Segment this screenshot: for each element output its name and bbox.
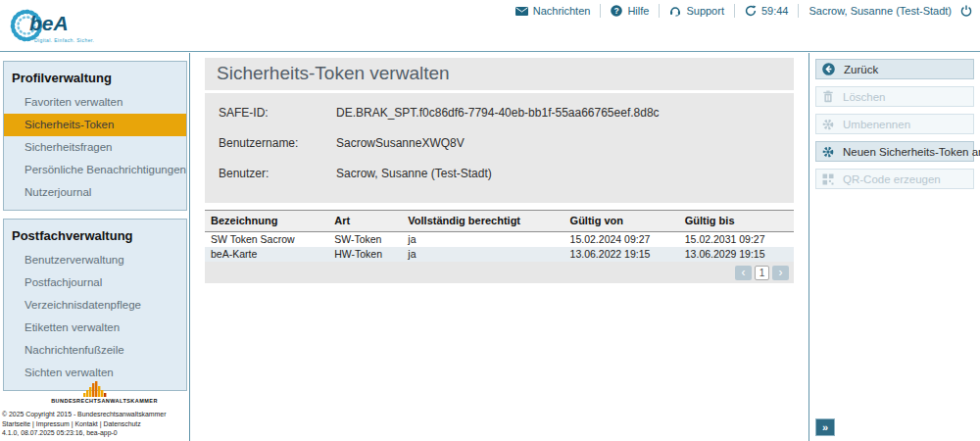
col-vollstaendig-berechtigt: Vollständig berechtigt [402, 211, 564, 232]
cell-gueltig-bis: 13.06.2029 19:15 [679, 247, 794, 262]
cell-gueltig-von: 13.06.2022 19:15 [564, 247, 679, 262]
benutzername-value: SacrowSusanneXWQ8V [336, 136, 780, 150]
benutzer-value: Sacrow, Susanne (Test-Stadt) [336, 167, 780, 180]
pagination-prev-button[interactable]: ‹ [735, 266, 752, 280]
bea-logo-text: beA [29, 12, 69, 35]
sidebar-item-nachrichtenfusszeile[interactable]: Nachrichtenfußzeile [4, 339, 186, 362]
info-row-safe-id: SAFE-ID: DE.BRAK_SPT.f0c86df6-7794-40eb-… [219, 106, 780, 120]
sidebar-item-verzeichnisdatenpflege[interactable]: Verzeichnisdatenpflege [4, 294, 186, 317]
cell-art: HW-Token [328, 247, 402, 262]
info-row-benutzername: Benutzername: SacrowSusanneXWQ8V [219, 136, 780, 150]
logout-button[interactable] [960, 5, 972, 17]
cell-berechtigt: ja [402, 247, 564, 262]
back-button[interactable]: Zurück [815, 59, 974, 79]
sidebar-item-etiketten-verwalten[interactable]: Etiketten verwalten [4, 317, 186, 339]
cell-berechtigt: ja [402, 232, 564, 248]
cell-bezeichnung: beA-Karte [205, 247, 328, 262]
bea-logo-tagline: Digital. Einfach. Sicher. [34, 37, 94, 43]
nav-messages[interactable]: Nachrichten [506, 4, 601, 18]
back-button-label: Zurück [844, 64, 878, 75]
trash-icon [822, 90, 834, 103]
safe-id-value: DE.BRAK_SPT.f0c86df6-7794-40eb-bb1f-55aa… [336, 106, 780, 120]
gear-icon [822, 146, 834, 158]
cell-art: SW-Token [328, 232, 402, 248]
new-token-button-label: Neuen Sicherheits-Token anlegen [843, 146, 980, 158]
gear-icon [822, 119, 834, 130]
nav-help-label: Hilfe [627, 5, 649, 17]
sidebar-item-sicherheitsfragen[interactable]: Sicherheitsfragen [4, 136, 186, 159]
main-content: Sicherheits-Token verwalten SAFE-ID: DE.… [189, 53, 809, 441]
col-gueltig-bis: Gültig bis [679, 211, 794, 232]
col-gueltig-von: Gültig von [564, 211, 679, 232]
sidebar-item-benutzerverwaltung[interactable]: Benutzerverwaltung [4, 249, 186, 271]
benutzer-label: Benutzer: [219, 167, 336, 180]
qr-code-button[interactable]: QR-Code erzeugen [815, 169, 974, 189]
session-timer-value: 59:44 [761, 5, 789, 17]
benutzername-label: Benutzername: [219, 136, 336, 150]
nav-user: Sacrow, Susanne (Test-Stadt) [798, 4, 974, 18]
bea-logo[interactable]: beA Digital. Einfach. Sicher. [8, 4, 135, 49]
svg-text:?: ? [614, 6, 619, 16]
safe-id-label: SAFE-ID: [219, 106, 336, 120]
version-line: 4.1.0, 08.07.2025 05:23:16, bea-app-0 [2, 428, 187, 438]
app-header: beA Digital. Einfach. Sicher. Nachrichte… [0, 0, 980, 52]
delete-button-label: Löschen [843, 91, 885, 103]
nav-support-label: Support [686, 5, 724, 17]
content: Profilverwaltung Favoriten verwalten Sic… [0, 53, 980, 441]
brak-brand-name: BUNDESRECHTSANWALTSKAMMER [22, 398, 187, 404]
page-title: Sicherheits-Token verwalten [205, 58, 794, 90]
top-nav: Nachrichten ? Hilfe Support [506, 3, 974, 19]
sidebar-section-title: Profilverwaltung [4, 62, 186, 91]
token-table-header-row: Bezeichnung Art Vollständig berechtigt G… [205, 211, 794, 232]
sidebar: Profilverwaltung Favoriten verwalten Sic… [0, 53, 189, 441]
pagination-next-button[interactable]: › [772, 266, 789, 280]
sidebar-item-nutzerjournal[interactable]: Nutzerjournal [4, 181, 186, 204]
sidebar-footer: BUNDESRECHTSANWALTSKAMMER © 2025 Copyrig… [2, 381, 187, 438]
user-name: Sacrow, Susanne (Test-Stadt) [808, 5, 952, 17]
user-info-block: SAFE-ID: DE.BRAK_SPT.f0c86df6-7794-40eb-… [205, 93, 794, 203]
copyright-line: © 2025 Copyright 2015 - Bundesrechtsanwa… [2, 410, 187, 419]
info-row-benutzer: Benutzer: Sacrow, Susanne (Test-Stadt) [219, 167, 780, 180]
sidebar-item-sicherheits-token[interactable]: Sicherheits-Token [4, 114, 186, 136]
table-pagination: ‹ 1 › [205, 262, 794, 283]
help-icon: ? [611, 5, 622, 17]
nav-help[interactable]: ? Hilfe [600, 4, 659, 18]
nav-messages-label: Nachrichten [533, 5, 591, 17]
collapse-panel-button[interactable]: » [815, 418, 835, 436]
refresh-timer-icon [745, 5, 757, 17]
power-icon [960, 5, 972, 17]
delete-button[interactable]: Löschen [815, 86, 974, 107]
token-table: Bezeichnung Art Vollständig berechtigt G… [205, 210, 794, 262]
sidebar-section-title: Postfachverwaltung [4, 220, 186, 249]
actions-panel: Zurück Löschen [809, 53, 980, 441]
bea-app: beA Digital. Einfach. Sicher. Nachrichte… [0, 0, 980, 441]
footer-links[interactable]: Startseite | Impressum | Kontakt | Daten… [2, 419, 187, 429]
envelope-icon [515, 7, 528, 16]
qr-code-button-label: QR-Code erzeugen [843, 173, 941, 185]
sidebar-item-list: Benutzerverwaltung Postfachjournal Verze… [4, 249, 186, 390]
cell-bezeichnung: SW Token Sacrow [205, 232, 328, 248]
sidebar-section-profilverwaltung: Profilverwaltung Favoriten verwalten Sic… [3, 61, 187, 211]
cell-gueltig-bis: 15.02.2031 09:27 [679, 232, 794, 248]
new-token-button[interactable]: Neuen Sicherheits-Token anlegen [815, 141, 974, 162]
sidebar-section-postfachverwaltung: Postfachverwaltung Benutzerverwaltung Po… [3, 219, 187, 391]
brak-bars-icon [77, 381, 113, 397]
col-bezeichnung: Bezeichnung [205, 211, 328, 232]
sidebar-item-postfachjournal[interactable]: Postfachjournal [4, 271, 186, 294]
col-art: Art [328, 211, 402, 232]
qr-code-icon [822, 173, 834, 185]
table-row[interactable]: SW Token Sacrow SW-Token ja 15.02.2024 0… [205, 232, 794, 248]
nav-support[interactable]: Support [659, 4, 734, 18]
session-timer[interactable]: 59:44 [734, 4, 799, 18]
headset-icon [669, 5, 681, 17]
table-row[interactable]: beA-Karte HW-Token ja 13.06.2022 19:15 1… [205, 247, 794, 262]
rename-button-label: Umbenennen [843, 119, 910, 130]
sidebar-item-list: Favoriten verwalten Sicherheits-Token Si… [4, 91, 186, 210]
cell-gueltig-von: 15.02.2024 09:27 [564, 232, 679, 248]
back-circle-icon [822, 63, 835, 75]
sidebar-item-favoriten-verwalten[interactable]: Favoriten verwalten [4, 91, 186, 114]
pagination-page-1[interactable]: 1 [755, 266, 769, 280]
rename-button[interactable]: Umbenennen [815, 114, 974, 134]
sidebar-item-persoenliche-benachrichtigungen[interactable]: Persönliche Benachrichtigungen [4, 159, 186, 181]
